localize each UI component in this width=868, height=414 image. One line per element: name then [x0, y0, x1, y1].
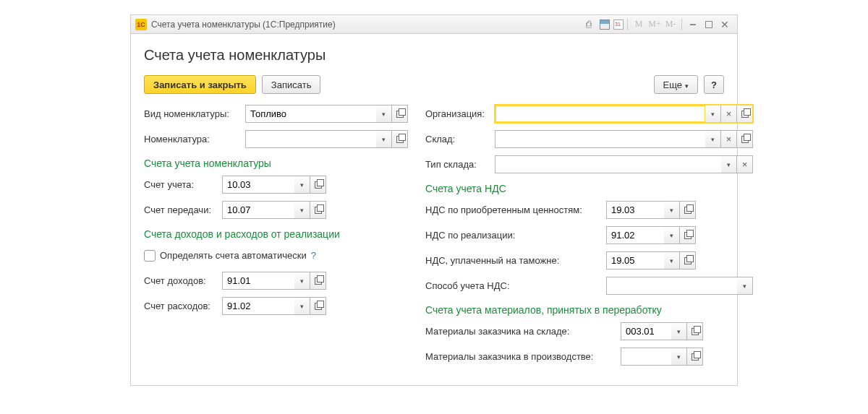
expense-account-label: Счет расходов:: [144, 301, 222, 311]
more-button[interactable]: Еще: [654, 75, 698, 94]
titlebar: 1C Счета учета номенклатуры (1С:Предприя…: [131, 15, 737, 34]
app-window: 1C Счета учета номенклатуры (1С:Предприя…: [130, 14, 738, 386]
materials-prod-label: Материалы заказчика в производстве:: [425, 351, 621, 362]
dropdown-icon[interactable]: [376, 105, 392, 123]
account-input[interactable]: [222, 176, 294, 194]
dropdown-icon[interactable]: [664, 251, 680, 269]
clear-icon[interactable]: [721, 130, 737, 148]
warehouse-input[interactable]: [495, 130, 705, 148]
section-materials-title: Счета учета материалов, принятых в перер…: [425, 304, 753, 316]
open-icon[interactable]: [310, 201, 326, 219]
open-icon[interactable]: [737, 105, 753, 123]
save-button[interactable]: Записать: [262, 75, 321, 94]
open-icon[interactable]: [310, 272, 326, 290]
income-account-label: Счет доходов:: [144, 275, 222, 286]
vat-purchase-label: НДС по приобретенным ценностям:: [425, 204, 606, 215]
materials-wh-label: Материалы заказчика на складе:: [425, 326, 621, 337]
materials-wh-input[interactable]: [621, 322, 671, 340]
warehouse-label: Склад:: [425, 134, 495, 145]
open-icon[interactable]: [392, 130, 408, 148]
transfer-account-input[interactable]: [222, 201, 294, 219]
maximize-icon[interactable]: [702, 18, 716, 31]
chevron-down-icon: [685, 79, 689, 90]
auto-accounts-checkbox[interactable]: [144, 250, 156, 262]
nomenclature-type-label: Вид номенклатуры:: [144, 108, 245, 119]
organization-input[interactable]: [495, 105, 705, 123]
minimize-icon[interactable]: –: [686, 18, 700, 31]
expense-account-input[interactable]: [222, 297, 294, 315]
warehouse-type-label: Тип склада:: [425, 159, 495, 170]
vat-purchase-input[interactable]: [606, 201, 664, 219]
dropdown-icon[interactable]: [721, 155, 737, 173]
nomenclature-type-input[interactable]: [245, 105, 376, 123]
income-account-input[interactable]: [222, 272, 294, 290]
page-title: Счета учета номенклатуры: [144, 47, 724, 64]
open-icon[interactable]: [310, 176, 326, 194]
vat-customs-input[interactable]: [606, 251, 664, 269]
open-icon[interactable]: [680, 226, 696, 244]
nomenclature-input[interactable]: [245, 130, 376, 148]
open-icon[interactable]: [680, 251, 696, 269]
close-icon[interactable]: ✕: [718, 18, 732, 31]
help-button[interactable]: ?: [704, 75, 724, 94]
vat-sales-label: НДС по реализации:: [425, 230, 606, 241]
account-label: Счет учета:: [144, 179, 222, 190]
more-label: Еще: [663, 79, 682, 90]
auto-accounts-label: Определять счета автоматически: [160, 250, 307, 261]
memory-mplus-button[interactable]: M+: [647, 18, 662, 31]
vat-sales-input[interactable]: [606, 226, 664, 244]
dropdown-icon[interactable]: [671, 322, 687, 340]
open-icon[interactable]: [310, 297, 326, 315]
open-icon[interactable]: [680, 201, 696, 219]
print-icon[interactable]: [582, 18, 596, 31]
memory-m-button[interactable]: M: [631, 18, 646, 31]
save-and-close-button[interactable]: Записать и закрыть: [144, 75, 256, 94]
memory-mminus-button[interactable]: M-: [663, 18, 678, 31]
dropdown-icon[interactable]: [376, 130, 392, 148]
vat-method-input[interactable]: [606, 277, 737, 295]
dropdown-icon[interactable]: [294, 297, 310, 315]
calculator-icon[interactable]: [597, 18, 612, 31]
dropdown-icon[interactable]: [664, 226, 680, 244]
toolbar: Записать и закрыть Записать Еще ?: [144, 75, 724, 94]
help-hint-icon[interactable]: ?: [311, 250, 316, 261]
dropdown-icon[interactable]: [705, 105, 721, 123]
window-title: Счета учета номенклатуры (1С:Предприятие…: [151, 20, 336, 30]
dropdown-icon[interactable]: [737, 277, 753, 295]
section-vat-title: Счета учета НДС: [425, 183, 753, 194]
open-icon[interactable]: [737, 130, 753, 148]
open-icon[interactable]: [687, 348, 703, 366]
section-income-title: Счета доходов и расходов от реализации: [144, 228, 408, 240]
vat-method-label: Способ учета НДС:: [425, 280, 606, 291]
dropdown-icon[interactable]: [664, 201, 680, 219]
open-icon[interactable]: [687, 322, 703, 340]
dropdown-icon[interactable]: [294, 176, 310, 194]
separator: [627, 19, 628, 30]
organization-label: Организация:: [425, 108, 495, 119]
dropdown-icon[interactable]: [294, 272, 310, 290]
nomenclature-label: Номенклатура:: [144, 134, 245, 145]
materials-prod-input[interactable]: [621, 348, 671, 366]
calendar-icon[interactable]: [613, 20, 624, 30]
open-icon[interactable]: [392, 105, 408, 123]
vat-customs-label: НДС, уплаченный на таможне:: [425, 255, 606, 266]
clear-icon[interactable]: [721, 105, 737, 123]
dropdown-icon[interactable]: [294, 201, 310, 219]
section-accounts-title: Счета учета номенклатуры: [144, 158, 408, 169]
dropdown-icon[interactable]: [705, 130, 721, 148]
dropdown-icon[interactable]: [671, 348, 687, 366]
separator: [681, 19, 682, 30]
app-logo: 1C: [135, 19, 147, 30]
transfer-account-label: Счет передачи:: [144, 204, 222, 215]
clear-icon[interactable]: [737, 155, 753, 173]
warehouse-type-input[interactable]: [495, 155, 721, 173]
